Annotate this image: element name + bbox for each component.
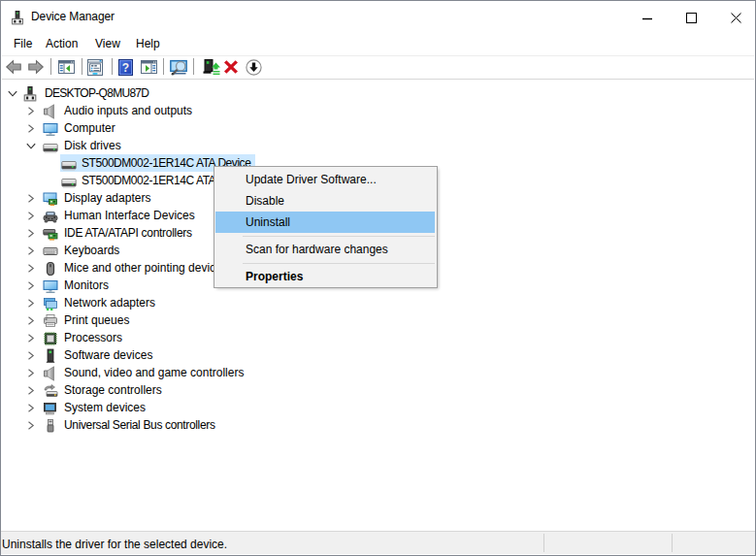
svg-text:?: ? (122, 61, 129, 75)
